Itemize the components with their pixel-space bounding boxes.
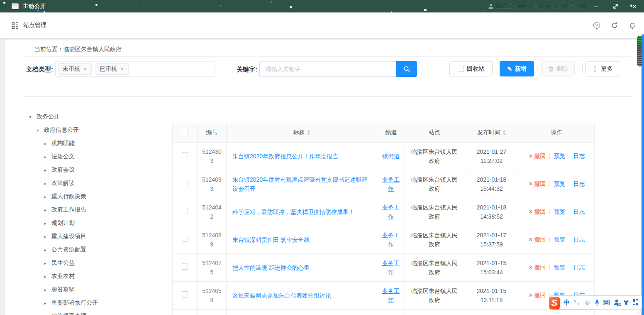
row-checkbox[interactable]	[182, 152, 188, 158]
doc-channel-link[interactable]: 业务工作	[382, 288, 400, 303]
tree-item[interactable]: ▸ 政府工作报告	[22, 203, 171, 217]
help-icon[interactable]: ?	[593, 22, 600, 29]
revoke-button[interactable]: ✕撤回	[529, 208, 546, 215]
tree-item[interactable]: ▾ 政府信息公开	[22, 123, 171, 137]
tree-toggle-icon[interactable]: ▸	[43, 261, 48, 266]
ime-toolbox-icon[interactable]	[633, 299, 638, 305]
tree-item[interactable]: ▸ 脱贫攻坚	[22, 283, 171, 296]
row-checkbox[interactable]	[182, 236, 188, 242]
recycle-bin-button[interactable]: 回收站	[449, 61, 493, 76]
ime-skin-icon[interactable]	[623, 299, 629, 305]
apps-grid-icon[interactable]	[12, 22, 18, 29]
sort-icon[interactable]	[503, 130, 506, 135]
doc-channel-link[interactable]: 业务工作	[382, 204, 400, 220]
refresh-icon[interactable]	[611, 22, 618, 29]
doc-title-link[interactable]: 朱台镇深耕责任田 筑牢安全线	[232, 236, 310, 243]
notifications-bell-icon[interactable]	[629, 22, 636, 29]
tree-item[interactable]: ▸ 农业农村	[22, 270, 171, 283]
ime-microphone-icon[interactable]	[595, 299, 599, 306]
revoke-button[interactable]: ✕撤回	[529, 153, 546, 159]
tree-item[interactable]: ▸ 政策解读	[22, 177, 171, 190]
preview-link[interactable]: 预览	[554, 153, 565, 159]
ime-emoji-icon[interactable]: ☺	[584, 299, 590, 306]
doc-title-link[interactable]: 科学应对，联防联控，坚决捍卫疫情防控成果！	[232, 209, 354, 215]
tree-item[interactable]: ▸ 规划计划	[22, 217, 171, 230]
tree-item[interactable]: ▸ 机构职能	[22, 137, 171, 150]
doc-title-link[interactable]: 朱台镇2020年政府信息公开工作年度报告	[232, 153, 338, 160]
tree-toggle-icon[interactable]: ▸	[43, 234, 48, 239]
doc-channel-link[interactable]: 业务工作	[382, 260, 400, 276]
revoke-button[interactable]: ✕撤回	[529, 264, 546, 271]
doc-channel-link[interactable]: 业务工作	[382, 176, 400, 192]
select-all-checkbox[interactable]	[182, 129, 188, 135]
tag-remove-icon[interactable]: ✕	[120, 66, 124, 72]
tree-item[interactable]: ▸ 法规公文	[22, 150, 171, 163]
tree-item[interactable]: ▸ 公共资源配置	[22, 243, 171, 256]
minimize-button[interactable]: ─	[587, 0, 606, 12]
column-header-title[interactable]: 标题	[227, 123, 377, 142]
preview-link[interactable]: 预览	[554, 180, 565, 187]
tree-toggle-icon[interactable]: ▸	[43, 168, 48, 172]
doc-type-tag[interactable]: 未审核 ✕	[58, 63, 92, 75]
add-button[interactable]: ✎ 新增	[500, 61, 534, 76]
doc-title-link[interactable]: 把人性的温暖 织进群众的心里	[232, 264, 310, 271]
tree-toggle-icon[interactable]: ▸	[43, 155, 48, 159]
tree-toggle-icon[interactable]: ▸	[43, 181, 48, 186]
maximize-button[interactable]	[606, 0, 625, 12]
row-checkbox[interactable]	[182, 180, 188, 186]
log-link[interactable]: 日志	[573, 153, 585, 159]
sogou-logo-icon[interactable]: S	[549, 297, 560, 309]
log-link[interactable]: 日志	[573, 208, 585, 215]
delete-button[interactable]: 删除	[541, 61, 575, 76]
doc-channel-link[interactable]: 镇街道	[382, 153, 400, 160]
tree-toggle-icon[interactable]: ▸	[43, 288, 48, 292]
row-checkbox[interactable]	[182, 208, 188, 214]
revoke-button[interactable]: ✕撤回	[529, 292, 546, 298]
recycle-bin-checkbox[interactable]	[458, 66, 464, 72]
log-link[interactable]: 日志	[573, 180, 585, 187]
tree-toggle-icon[interactable]: ▸	[43, 141, 48, 146]
tree-item[interactable]: ▸ 重要部署执行公开	[22, 296, 171, 310]
tree-toggle-icon[interactable]: ▸	[43, 221, 48, 226]
tree-toggle-icon[interactable]: ▸	[43, 208, 48, 212]
doc-type-tag[interactable]: 已审核 ✕	[95, 63, 129, 75]
close-button[interactable]: ✕	[625, 0, 644, 12]
doc-title-link[interactable]: 朱台镇2020年度对村观摩点评暨村党支部书记述职评议会召开	[232, 176, 367, 192]
tree-item[interactable]: ▸ 重大行政决策	[22, 190, 171, 203]
ime-punctuation-icon[interactable]: °，	[573, 300, 580, 305]
tree-item[interactable]: ▸ 政府会议	[22, 163, 171, 177]
ime-account-icon[interactable]: 19	[614, 299, 620, 305]
doc-channel-link[interactable]: 业务工作	[382, 232, 400, 248]
tree-toggle-icon[interactable]: ▾	[35, 128, 40, 133]
row-checkbox[interactable]	[182, 291, 188, 298]
tree-item[interactable]: ▸ 建议提案办理	[22, 310, 171, 315]
doc-title-link[interactable]: 区长宋磊同志参加朱台代表团分组讨论	[232, 292, 331, 299]
preview-link[interactable]: 预览	[554, 236, 565, 243]
column-header-time[interactable]: 发布时间	[464, 123, 519, 142]
revoke-button[interactable]: ✕撤回	[529, 180, 546, 187]
tree-item[interactable]: ▾ 政务公开	[22, 110, 171, 123]
revoke-button[interactable]: ✕撤回	[529, 236, 546, 243]
log-link[interactable]: 日志	[573, 236, 585, 243]
tree-toggle-icon[interactable]: ▸	[43, 248, 48, 252]
tree-toggle-icon[interactable]: ▸	[43, 274, 48, 279]
tree-item[interactable]: ▸ 重大建设项目	[22, 230, 171, 243]
keyword-input[interactable]	[259, 61, 396, 77]
tree-item[interactable]: ▸ 民生公益	[22, 256, 171, 270]
preview-link[interactable]: 预览	[554, 208, 565, 215]
preview-link[interactable]: 预览	[554, 264, 565, 271]
site-management-nav[interactable]: 站点管理	[23, 22, 46, 29]
sort-icon[interactable]	[307, 130, 310, 135]
more-button[interactable]: ⋮ 更多	[585, 61, 619, 76]
ime-keyboard-icon[interactable]	[603, 300, 610, 305]
log-link[interactable]: 日志	[573, 264, 585, 271]
tree-toggle-icon[interactable]: ▸	[43, 194, 48, 199]
doc-type-tag-select[interactable]: 未审核 ✕ 已审核 ✕	[55, 61, 215, 77]
row-checkbox[interactable]	[182, 263, 188, 270]
tag-remove-icon[interactable]: ✕	[83, 66, 87, 72]
tree-toggle-icon[interactable]: ▸	[43, 301, 48, 305]
tree-toggle-icon[interactable]: ▾	[28, 115, 33, 119]
scrollbar-thumb[interactable]	[637, 36, 642, 66]
ime-language-mode[interactable]: 中	[564, 299, 570, 305]
search-button[interactable]	[396, 61, 417, 77]
